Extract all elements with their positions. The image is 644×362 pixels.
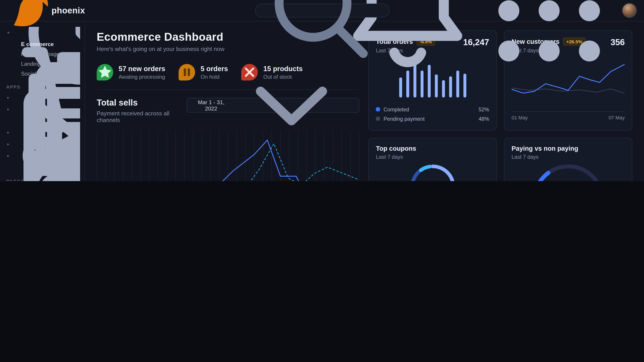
stat-caption: Awating processing [118,73,165,80]
caret-right-icon: ▸ [6,95,10,100]
search-icon [261,0,379,69]
legend-value: 48% [479,116,489,122]
app-viewport: phoenix ▾ Home E commerceProject managem… [0,0,644,181]
paying-vs-non-paying-card: Paying vs non paying Last 7 days Paying … [504,138,632,181]
brand[interactable]: phoenix [7,0,85,31]
top-coupons-donut: 72% [409,164,456,181]
x-tick: 07 May [609,115,625,120]
total-orders-legend: Completed52%Pending payment48% [376,105,489,123]
user-avatar[interactable] [622,3,637,18]
new-customers-x-axis: 01 May 07 May [512,115,625,120]
legend-row: Pending payment48% [376,114,489,123]
top-navbar: phoenix [0,0,644,21]
phoenix-logo-icon [7,0,48,31]
stat-value: 57 new orders [118,65,165,73]
sidebar-nav: ▾ Home E commerceProject managementLandi… [4,27,80,181]
apps-grid-button[interactable] [481,0,618,79]
caret-right-icon: ▸ [6,107,10,111]
legend-swatch [376,117,380,121]
total-sells-title: Total sells [97,98,186,108]
card-period: Last 7 days [512,154,578,160]
users-icon [14,171,80,181]
total-sells-subtitle: Payment received across all channels [97,110,186,123]
stat-orange: 5 ordersOn hold [179,64,228,80]
stat-green: 57 new ordersAwating processing [97,64,165,80]
x-tick: 01 May [512,115,528,120]
legend-label: Completed [384,106,409,112]
donut-center-label: 72% [409,164,456,181]
card-title: Paying vs non paying [512,145,578,152]
caret-right-icon: ▸ [6,142,10,146]
stat-value: 5 orders [201,65,228,73]
brand-name: phoenix [52,5,85,15]
global-search[interactable] [255,3,389,17]
paying-gauge [530,163,606,181]
sidebar-sections: APPS▸E commerce▸Project managementChat▸E… [4,84,80,181]
caret-right-icon: ▸ [6,153,10,158]
legend-swatch [376,107,380,111]
grid-icon [482,0,616,78]
sidebar: ▾ Home E commerceProject managementLandi… [0,21,85,181]
pause-icon [179,64,195,80]
date-range-value: Mar 1 - 31, 2022 [192,99,230,112]
card-period: Last 7 days [376,154,416,160]
legend-value: 52% [479,106,489,112]
stat-caption: On hold [201,73,228,80]
caret-right-icon: ▸ [6,130,10,135]
legend-label: Pending payment [384,116,425,122]
star-icon [97,64,113,80]
date-range-select[interactable]: Mar 1 - 31, 2022 [186,98,359,113]
legend-row: Completed52% [376,105,489,114]
card-title: Top coupons [376,145,416,152]
top-coupons-card: Top coupons Last 7 days 72% Percentage d… [368,138,497,181]
caret-down-icon: ▾ [6,30,10,35]
